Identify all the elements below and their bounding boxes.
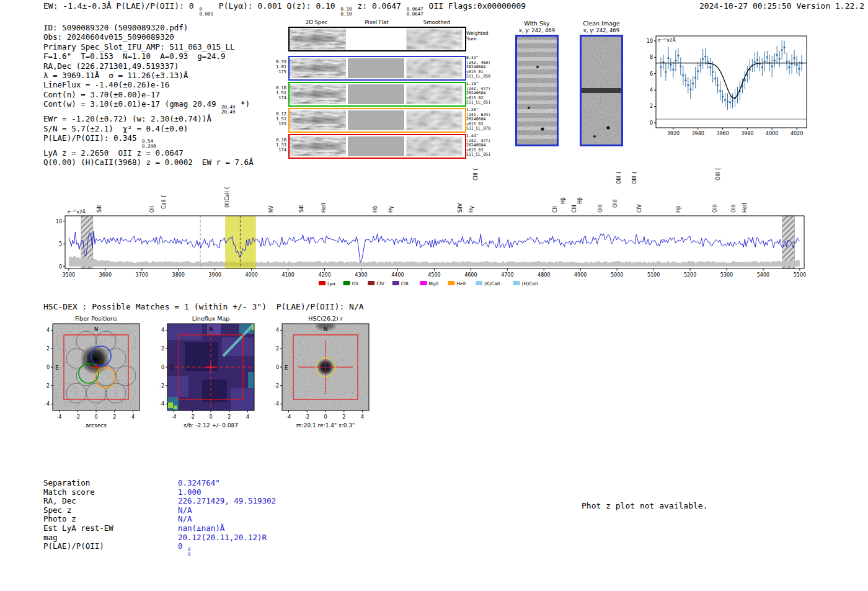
spectrum-errorbars bbox=[660, 40, 802, 110]
timestamp-version: 2024-10-27 00:25:50 Version 1.22.2 bbox=[699, 1, 864, 11]
spectral-line-label: SiIV bbox=[458, 203, 463, 213]
weighted-sum-label: Weighted Sum bbox=[466, 31, 489, 42]
clean-image bbox=[580, 35, 623, 146]
svg-text:4: 4 bbox=[161, 327, 164, 333]
spectral-line-label: OIII bbox=[613, 200, 618, 208]
weighted-smoothed-image bbox=[406, 29, 463, 50]
svg-text:4500: 4500 bbox=[428, 272, 440, 278]
detection-info-block: ID: 5090089320 (5090089320.pdf)Obs: 2024… bbox=[43, 23, 254, 167]
svg-text:3940: 3940 bbox=[692, 131, 704, 136]
source-blob bbox=[80, 345, 110, 375]
fiber-pixelflat-image bbox=[348, 110, 404, 130]
spec2d-fiber-row bbox=[288, 108, 466, 133]
with-sky-xy: x, y: 242, 469 bbox=[507, 27, 567, 34]
spec2d-fiber-row bbox=[288, 134, 466, 159]
flux-patch bbox=[185, 342, 218, 371]
spectral-line-label: Hβ bbox=[577, 197, 583, 204]
match-field-label: P(LAE)/P(OII) bbox=[43, 542, 178, 551]
spectral-line-label: HeII bbox=[742, 203, 748, 213]
svg-text:4600: 4600 bbox=[464, 272, 477, 278]
fiber-row-id-labels: 1.19"(242, 477)20240604v015_02511_LL_051 bbox=[466, 82, 496, 105]
svg-text:4300: 4300 bbox=[355, 272, 367, 278]
fiber-2dspec-image bbox=[290, 58, 346, 78]
stacked-uncertainty: 0.100.10 bbox=[341, 7, 352, 16]
svg-text:0: 0 bbox=[650, 120, 653, 126]
svg-text:2: 2 bbox=[342, 414, 345, 420]
svg-text:4: 4 bbox=[46, 327, 50, 333]
match-field-value: nan(±nan)Å bbox=[178, 523, 224, 533]
cutout-panel: Lineflux Map NE-4-4-2-2002244 s/b: -2.12… bbox=[149, 315, 264, 445]
cutout-title: Fiber Positions bbox=[75, 315, 117, 322]
legend-swatch bbox=[319, 281, 326, 285]
svg-text:5000: 5000 bbox=[611, 272, 623, 278]
fiber-row-id-labels: 1.44"(242, 477)20240604v015_03511_LL_051 bbox=[466, 134, 496, 158]
spectral-line-label: SiII bbox=[97, 205, 102, 213]
clean-image-xy: x, y: 242, 469 bbox=[572, 27, 631, 34]
compass-east: E bbox=[285, 365, 288, 371]
masked-region bbox=[782, 216, 795, 269]
svg-text:4900: 4900 bbox=[574, 272, 587, 278]
legend-swatch bbox=[368, 281, 374, 285]
spectral-line-label: CIII bbox=[572, 205, 577, 213]
match-field-value: 20.12(20.11,20.12)R bbox=[178, 533, 267, 542]
spectral-line-label: CaII { bbox=[161, 195, 167, 209]
svg-text:3900: 3900 bbox=[209, 272, 221, 278]
info-line: Cont(w) = 3.10(±0.01)e-17 (gmag 20.49 20… bbox=[43, 99, 254, 114]
cutout-xlabel: m:20.1 re:1.4" s:0.3" bbox=[296, 422, 355, 429]
svg-text:5200: 5200 bbox=[684, 272, 696, 278]
flux-units-annotation: e⁻¹⁷x2Å bbox=[68, 209, 86, 215]
svg-text:0: 0 bbox=[161, 365, 164, 370]
svg-text:-4: -4 bbox=[45, 401, 50, 407]
svg-text:-4: -4 bbox=[274, 401, 279, 407]
spectral-line-label: OIII bbox=[712, 205, 718, 213]
hsc-match-header: HSC-DEX : Possible Matches = 1 (within +… bbox=[43, 302, 364, 311]
cutout-panel: HSC(26.2) r NE-4-4-2-2002244 m:20.1 re:1… bbox=[264, 315, 378, 445]
catalog-position-dot bbox=[324, 366, 327, 368]
spectrum-legend: LyαOIICIVCIIIMgIIHeII(K)CaII(H)CaII bbox=[319, 281, 538, 287]
fiber-2dspec-image bbox=[290, 136, 346, 156]
compass-north: N bbox=[94, 326, 99, 332]
svg-text:2: 2 bbox=[228, 414, 231, 420]
svg-text:2: 2 bbox=[276, 346, 279, 352]
compass-north: N bbox=[324, 326, 328, 332]
fiber-row-weights: 0.161.51174 bbox=[269, 86, 286, 100]
svg-text:6: 6 bbox=[650, 71, 653, 77]
fiber-pixelflat-image bbox=[348, 84, 404, 104]
svg-text:4000: 4000 bbox=[245, 272, 257, 278]
svg-text:5100: 5100 bbox=[647, 272, 660, 278]
match-field-value: 1.000 bbox=[178, 487, 202, 497]
full-spectrum-svg: 0510350036003700380039004000410042004300… bbox=[42, 166, 825, 290]
svg-text:-4: -4 bbox=[159, 401, 164, 407]
fiber-row-id-labels: 1.28"(241, 644)20240604v015_03511_LL_070 bbox=[466, 108, 496, 131]
stacked-uncertainty: 0.540.208 bbox=[142, 139, 156, 148]
col-header-pixelflat: Pixel Flat bbox=[347, 19, 406, 25]
match-properties-table: Separation0.324764"Match score1.000RA, D… bbox=[43, 479, 276, 556]
compass-east: E bbox=[55, 365, 59, 371]
legend-swatch bbox=[420, 281, 427, 285]
fiber-smoothed-image bbox=[406, 136, 463, 156]
svg-text:-4: -4 bbox=[286, 414, 291, 420]
cutout-svg: Lineflux Map NE-4-4-2-2002244 s/b: -2.12… bbox=[149, 315, 264, 442]
match-field-label: Match score bbox=[43, 488, 178, 497]
svg-text:-2: -2 bbox=[159, 383, 164, 389]
info-line: λ = 3969.11Å σ = 11.26(±3.13)Å bbox=[43, 71, 254, 80]
svg-text:2: 2 bbox=[161, 346, 164, 352]
cutout-svg: HSC(26.2) r NE-4-4-2-2002244 m:20.1 re:1… bbox=[264, 315, 378, 442]
with-sky-image bbox=[515, 35, 559, 146]
info-line: RA,Dec (226.271301,49.519337) bbox=[43, 61, 254, 71]
spectrum-line bbox=[69, 231, 800, 262]
svg-text:0: 0 bbox=[276, 365, 279, 370]
match-field-value: 0.324764" bbox=[178, 478, 220, 487]
match-table-row: Separation0.324764" bbox=[43, 479, 276, 488]
compass-north: N bbox=[209, 326, 213, 332]
with-sky-title-text: With Sky bbox=[507, 20, 567, 27]
legend-swatch bbox=[448, 281, 454, 285]
fiber-row-weights: 0.351.01175 bbox=[269, 60, 286, 74]
spectral-line-label: CIV bbox=[637, 204, 642, 213]
spectral-line-label: Hγ bbox=[388, 206, 394, 213]
fiber-pixelflat-image bbox=[348, 58, 404, 78]
summary-line: EW: -1.4±-0.3Å P(LAE)/P(OII): 0 00.001 P… bbox=[43, 1, 526, 16]
svg-text:4: 4 bbox=[650, 87, 653, 93]
spectral-line-label: CIII { bbox=[473, 168, 479, 180]
line-fit-zoom-chart: 0246810392039403960398040004020e⁻¹⁷x2Å bbox=[639, 30, 809, 144]
